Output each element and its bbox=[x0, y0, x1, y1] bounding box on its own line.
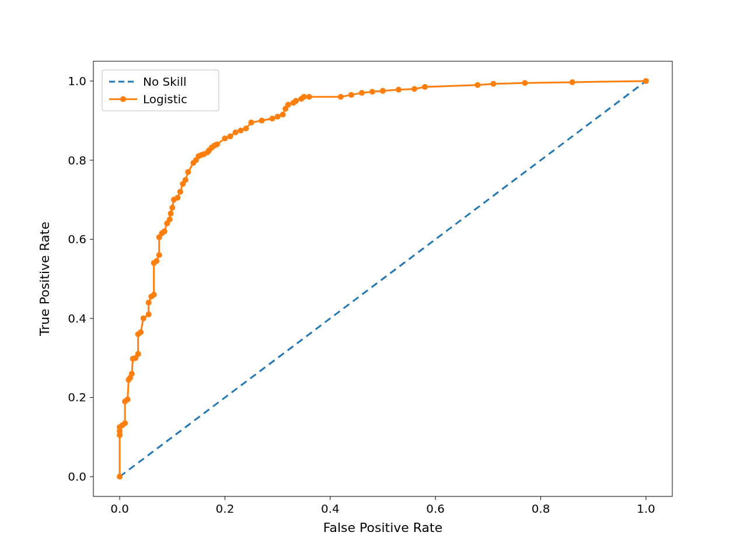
logistic-marker bbox=[146, 312, 152, 317]
logistic-marker bbox=[129, 371, 135, 377]
x-tick-label: 0.8 bbox=[532, 502, 550, 516]
roc-chart: 0.00.20.40.60.81.0 0.00.20.40.60.81.0 Fa… bbox=[0, 0, 747, 560]
x-tick-label: 1.0 bbox=[637, 502, 655, 516]
logistic-marker bbox=[156, 252, 162, 258]
logistic-marker bbox=[285, 102, 291, 108]
x-tick-label: 0.0 bbox=[110, 502, 129, 516]
logistic-marker bbox=[162, 229, 167, 235]
logistic-marker bbox=[293, 98, 299, 104]
logistic-marker bbox=[380, 88, 386, 94]
logistic-marker bbox=[490, 81, 496, 87]
x-tick-label: 0.4 bbox=[321, 502, 340, 516]
series-no-skill bbox=[120, 81, 646, 477]
logistic-marker bbox=[396, 87, 402, 93]
chart-svg: 0.00.20.40.60.81.0 0.00.20.40.60.81.0 Fa… bbox=[0, 0, 747, 560]
logistic-marker bbox=[474, 82, 480, 88]
logistic-marker bbox=[338, 94, 344, 100]
x-axis-ticks: 0.00.20.40.60.81.0 bbox=[110, 496, 655, 516]
logistic-marker bbox=[214, 141, 220, 147]
logistic-marker bbox=[270, 116, 275, 121]
logistic-marker bbox=[151, 292, 157, 298]
legend: No Skill Logistic bbox=[102, 70, 219, 111]
logistic-marker bbox=[122, 421, 128, 426]
logistic-marker bbox=[125, 397, 131, 402]
y-tick-label: 0.6 bbox=[68, 232, 86, 246]
logistic-marker bbox=[570, 79, 575, 85]
logistic-marker bbox=[359, 90, 365, 96]
logistic-marker bbox=[348, 92, 354, 98]
y-tick-label: 0.0 bbox=[68, 470, 86, 484]
logistic-marker bbox=[138, 330, 144, 335]
y-tick-label: 1.0 bbox=[68, 74, 86, 88]
logistic-marker bbox=[301, 94, 307, 100]
logistic-marker bbox=[243, 125, 249, 131]
logistic-marker bbox=[280, 112, 286, 118]
logistic-marker bbox=[238, 128, 244, 134]
logistic-marker bbox=[306, 94, 312, 100]
logistic-marker bbox=[169, 205, 175, 211]
y-tick-label: 0.8 bbox=[68, 153, 86, 167]
logistic-marker bbox=[411, 86, 417, 92]
logistic-marker bbox=[185, 169, 191, 175]
logistic-marker bbox=[167, 216, 173, 222]
logistic-marker bbox=[222, 135, 228, 141]
logistic-marker bbox=[369, 89, 375, 94]
logistic-marker bbox=[227, 134, 233, 139]
x-tick-label: 0.6 bbox=[426, 502, 445, 516]
x-axis-label: False Positive Rate bbox=[323, 520, 442, 535]
logistic-marker bbox=[146, 300, 152, 306]
legend-label-logistic: Logistic bbox=[143, 92, 187, 106]
logistic-marker bbox=[275, 114, 281, 120]
y-axis-ticks: 0.00.20.40.60.81.0 bbox=[68, 74, 93, 484]
y-tick-label: 0.2 bbox=[68, 390, 86, 404]
logistic-marker bbox=[174, 195, 180, 201]
x-tick-label: 0.2 bbox=[216, 502, 235, 516]
logistic-marker bbox=[249, 120, 254, 125]
logistic-marker bbox=[259, 118, 265, 124]
legend-label-no-skill: No Skill bbox=[143, 75, 187, 89]
legend-swatch-logistic-marker bbox=[120, 96, 126, 102]
logistic-marker bbox=[168, 211, 174, 216]
logistic-marker bbox=[153, 258, 159, 264]
y-tick-label: 0.4 bbox=[68, 312, 86, 326]
logistic-marker bbox=[232, 130, 238, 135]
logistic-marker bbox=[183, 177, 189, 183]
logistic-marker bbox=[135, 351, 141, 357]
y-axis-label: True Positive Rate bbox=[37, 222, 52, 337]
logistic-marker bbox=[422, 84, 428, 90]
no-skill-line bbox=[120, 81, 646, 477]
logistic-marker bbox=[643, 78, 649, 84]
logistic-marker bbox=[117, 474, 123, 480]
logistic-marker bbox=[522, 80, 528, 86]
logistic-marker bbox=[141, 316, 146, 321]
logistic-marker bbox=[177, 189, 183, 195]
